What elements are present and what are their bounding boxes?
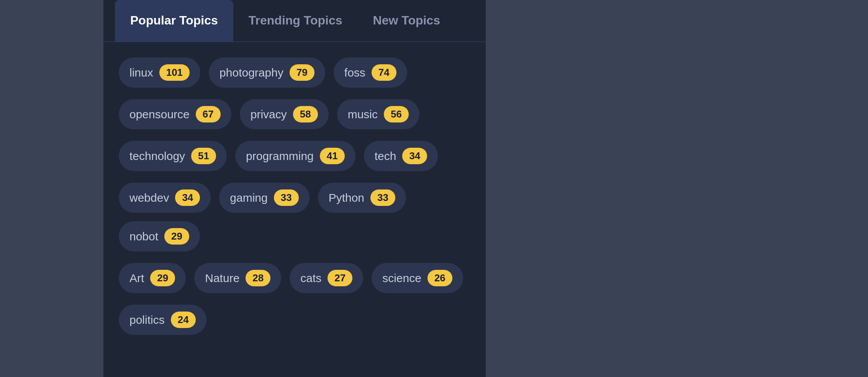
topic-label: privacy	[251, 108, 287, 121]
topic-pill-cats[interactable]: cats27	[290, 263, 363, 293]
topic-label: tech	[375, 150, 396, 163]
topic-pill-technology[interactable]: technology51	[119, 141, 227, 171]
topic-count-badge: 29	[150, 270, 175, 286]
topic-count-badge: 67	[196, 106, 221, 122]
topic-pill-music[interactable]: music56	[337, 99, 419, 129]
topic-label: music	[348, 108, 378, 121]
page-wrapper: Popular TopicsTrending TopicsNew Topics …	[0, 0, 868, 377]
main-panel: Popular TopicsTrending TopicsNew Topics …	[103, 0, 486, 377]
topic-count-badge: 27	[328, 270, 352, 286]
topic-pill-politics[interactable]: politics24	[119, 305, 206, 335]
topic-label: politics	[129, 313, 165, 326]
topic-count-badge: 79	[290, 64, 314, 81]
tab-bar: Popular TopicsTrending TopicsNew Topics	[103, 0, 486, 42]
topic-count-badge: 51	[191, 148, 216, 164]
topic-label: photography	[219, 66, 283, 79]
topic-count-badge: 58	[293, 106, 318, 122]
topic-count-badge: 33	[274, 189, 299, 206]
topic-label: webdev	[129, 191, 169, 204]
topic-label: science	[382, 272, 421, 285]
topic-label: nobot	[129, 230, 158, 243]
topic-label: gaming	[230, 191, 267, 204]
topic-count-badge: 26	[427, 270, 452, 286]
topic-label: technology	[129, 150, 185, 163]
topic-pill-programming[interactable]: programming41	[235, 141, 355, 171]
topic-label: programming	[246, 150, 314, 163]
topic-pill-nobot[interactable]: nobot29	[119, 221, 200, 251]
topic-pill-art[interactable]: Art29	[119, 263, 186, 293]
topic-pill-photography[interactable]: photography79	[209, 57, 325, 88]
left-sidebar	[0, 0, 103, 377]
topic-count-badge: 101	[159, 64, 190, 81]
topic-label: Art	[129, 272, 144, 285]
topic-count-badge: 56	[384, 106, 409, 122]
tab-new[interactable]: New Topics	[358, 0, 455, 42]
topic-count-badge: 33	[370, 189, 395, 206]
topic-count-badge: 34	[175, 189, 200, 206]
topic-pill-nature[interactable]: Nature28	[194, 263, 281, 293]
topic-pill-python[interactable]: Python33	[318, 183, 406, 213]
topic-label: opensource	[129, 108, 190, 121]
topics-row-2: technology51programming41tech34	[119, 141, 470, 171]
topic-label: Python	[329, 191, 364, 204]
topic-count-badge: 29	[164, 228, 189, 245]
topic-pill-science[interactable]: science26	[372, 263, 463, 293]
topics-content: linux101photography79foss74opensource67p…	[103, 42, 486, 350]
topic-count-badge: 74	[372, 64, 396, 81]
topic-pill-gaming[interactable]: gaming33	[219, 183, 309, 213]
topic-pill-linux[interactable]: linux101	[119, 57, 200, 88]
topic-count-badge: 41	[320, 148, 345, 164]
topic-pill-privacy[interactable]: privacy58	[240, 99, 329, 129]
topic-pill-opensource[interactable]: opensource67	[119, 99, 231, 129]
topics-row-1: opensource67privacy58music56	[119, 99, 470, 129]
topics-row-3: webdev34gaming33Python33nobot29	[119, 183, 470, 251]
topic-pill-tech[interactable]: tech34	[364, 141, 438, 171]
topic-label: foss	[344, 66, 365, 79]
topic-pill-webdev[interactable]: webdev34	[119, 183, 211, 213]
topic-label: linux	[129, 66, 153, 79]
topics-row-5: politics24	[119, 305, 470, 335]
tab-trending[interactable]: Trending Topics	[233, 0, 358, 42]
topic-count-badge: 34	[402, 148, 427, 164]
topics-row-4: Art29Nature28cats27science26	[119, 263, 470, 293]
right-sidebar	[486, 0, 868, 377]
topic-count-badge: 28	[246, 270, 270, 286]
topic-count-badge: 24	[171, 312, 196, 328]
topic-pill-foss[interactable]: foss74	[334, 57, 407, 88]
topic-label: Nature	[205, 272, 239, 285]
topic-label: cats	[300, 272, 321, 285]
tab-popular[interactable]: Popular Topics	[115, 0, 233, 42]
topics-row-0: linux101photography79foss74	[119, 57, 470, 88]
